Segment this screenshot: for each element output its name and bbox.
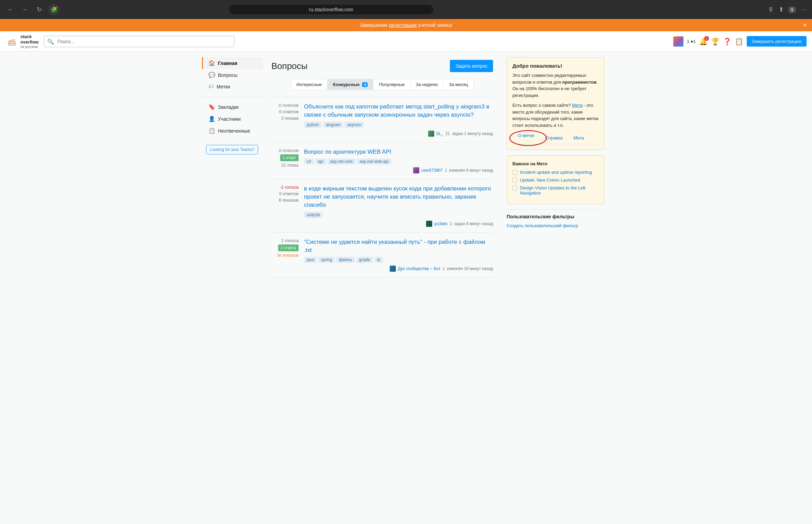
sidebar-item-bookmarks[interactable]: 🔖 Закладки xyxy=(202,101,263,113)
tag-asyncio[interactable]: asyncio xyxy=(345,122,364,128)
answer-count-badge: 2 ответа xyxy=(278,245,299,251)
search-input[interactable] xyxy=(44,36,234,47)
meta-link[interactable]: Мета xyxy=(572,103,582,108)
site-logo[interactable]: stackoverflow на русском xyxy=(5,34,38,48)
question-time: задан 8 минут назад xyxy=(454,222,493,226)
meta-item-link-3[interactable]: Design Vision Updates to the Left Naviga… xyxy=(520,185,599,196)
tab-interesting[interactable]: Интересные xyxy=(291,79,327,90)
questions-icon: 💬 xyxy=(209,72,215,78)
tab-contest[interactable]: Конкурсные 4 xyxy=(327,79,373,90)
site-header: stackoverflow на русском 🔍 1 ●1 🔔 1 🏆 ❓ … xyxy=(0,31,812,52)
logo-svg xyxy=(5,35,18,48)
welcome-tab-tag[interactable]: О метке xyxy=(512,130,540,142)
sidebar-teams-section: Looking for your Teams? xyxy=(202,142,263,157)
tag-unity3d[interactable]: unity3d xyxy=(304,212,323,218)
tag-python[interactable]: python xyxy=(304,122,322,128)
tag-aiogram[interactable]: aiogram xyxy=(323,122,343,128)
meta-item-link-1[interactable]: Incident update and uptime reporting xyxy=(520,170,592,175)
meta-checkbox-3[interactable] xyxy=(512,186,517,191)
meta-checkbox-1[interactable] xyxy=(512,170,517,175)
view-count: 3к показов xyxy=(277,253,299,258)
welcome-tab-help[interactable]: Справка xyxy=(540,133,568,144)
reload-button[interactable]: ↻ xyxy=(34,4,44,15)
question-stats: -2 голоса 0 ответов 6 показов xyxy=(271,185,299,227)
tabs-count[interactable]: 9 xyxy=(789,6,796,13)
user-link[interactable]: user573907 xyxy=(421,168,443,173)
forward-button[interactable]: → xyxy=(20,4,30,15)
tag-io[interactable]: io xyxy=(375,257,383,263)
header-right: 1 ●1 🔔 1 🏆 ❓ 📋 Завершить регистрацию xyxy=(673,36,807,47)
url-bar[interactable]: ru.stackoverflow.com xyxy=(229,5,433,14)
question-body: Объясните как под капотом работает метод… xyxy=(304,103,493,137)
user-avatar-sm xyxy=(413,167,419,174)
sidebar-item-tags[interactable]: 🏷 Метки xyxy=(202,81,263,93)
tab-week[interactable]: За неделю xyxy=(410,79,443,90)
achievements-icon[interactable]: 🏆 xyxy=(711,37,719,46)
sidebar-label-tags: Метки xyxy=(217,84,230,89)
unanswered-icon: 📋 xyxy=(209,128,215,134)
tag-gradle[interactable]: gradle xyxy=(357,257,373,263)
notification-badge: 1 xyxy=(704,36,709,41)
answer-count-stat: 0 ответов xyxy=(279,191,299,196)
tab-popular[interactable]: Популярные xyxy=(373,79,410,90)
meta-checkbox-2[interactable] xyxy=(512,178,517,183)
svg-rect-6 xyxy=(15,42,16,45)
tag-aspnet-webapi[interactable]: asp.net-web-api xyxy=(357,159,391,165)
search-icon: 🔍 xyxy=(47,38,54,45)
sidebar-item-home[interactable]: 🏠 Главная xyxy=(202,57,263,69)
tag-api[interactable]: api xyxy=(315,159,326,165)
notifications-icon[interactable]: 🔔 1 xyxy=(699,37,708,46)
welcome-text-1: Это сайт совместно редактируемых вопросо… xyxy=(512,72,599,99)
user-link[interactable]: Дух сообщества ‒ Бот xyxy=(398,266,440,271)
list-item: Incident update and uptime reporting xyxy=(512,170,599,175)
question-title[interactable]: Вопрос по архитектуре WEB API xyxy=(304,149,392,155)
welcome-tab-meta[interactable]: Мета xyxy=(568,133,589,144)
sidebar-item-users[interactable]: 👤 Участники xyxy=(202,113,263,125)
tag-spring[interactable]: spring xyxy=(318,257,335,263)
user-rep: 1 ●1 xyxy=(687,39,696,44)
register-button[interactable]: Завершить регистрацию xyxy=(747,36,807,47)
tag-java[interactable]: java xyxy=(304,257,317,263)
user-link[interactable]: SL_ xyxy=(436,131,443,136)
view-count: 21 показ xyxy=(281,163,299,168)
teams-button[interactable]: Looking for your Teams? xyxy=(206,145,258,154)
question-tags: python aiogram asyncio xyxy=(304,122,493,128)
share-icon[interactable]: ⬆ xyxy=(779,6,784,13)
banner-text: Завершение регистрации учётной записи xyxy=(360,22,452,28)
sidebar-item-unanswered[interactable]: 📋 Неотвеченные xyxy=(202,125,263,137)
tag-csharp[interactable]: c# xyxy=(304,159,314,165)
list-item: Update: New Colors Launched xyxy=(512,178,599,183)
meta-item-link-2[interactable]: Update: New Colors Launched xyxy=(520,178,580,183)
sidebar-label-questions: Вопросы xyxy=(218,72,237,78)
inbox-icon[interactable]: 📋 xyxy=(735,37,743,46)
question-stats: 2 голоса 2 ответа 3к показов xyxy=(271,238,299,272)
extensions-icon[interactable]: 🧩 xyxy=(48,4,60,15)
question-title[interactable]: "Системе не удается найти указанный путь… xyxy=(304,239,485,253)
banner-link[interactable]: регистрации xyxy=(389,22,416,28)
sidebar-label-users: Участники xyxy=(218,116,241,122)
content-header: Вопросы Задать вопрос xyxy=(271,60,493,72)
view-count: 6 показов xyxy=(279,198,299,203)
question-title[interactable]: в коде жирным текстом выделен кусок кода… xyxy=(304,185,491,208)
question-title[interactable]: Объясните как под капотом работает метод… xyxy=(304,103,489,118)
more-icon[interactable]: ⋯ xyxy=(800,6,807,13)
user-avatar-sm xyxy=(426,221,432,227)
right-sidebar: Добро пожаловать! Это сайт совместно ред… xyxy=(501,52,610,285)
logo-text: stackoverflow xyxy=(20,34,38,45)
table-row: 0 голосов 1 ответ 21 показ Вопрос по арх… xyxy=(271,143,493,180)
microphone-icon[interactable]: 🎙 xyxy=(768,6,774,13)
help-icon[interactable]: ❓ xyxy=(723,37,731,46)
question-time: задан 1 минуту назад xyxy=(452,131,493,136)
tab-month[interactable]: За месяц xyxy=(443,79,474,90)
user-link[interactable]: pu3dec xyxy=(434,222,447,226)
tag-aspnet-core[interactable]: asp.net-core xyxy=(328,159,356,165)
tag-files[interactable]: файлы xyxy=(336,257,355,263)
create-filter-link[interactable]: Создать пользовательский фильтр xyxy=(507,223,578,228)
question-stats: 0 голосов 1 ответ 21 показ xyxy=(271,148,299,174)
page-title: Вопросы xyxy=(271,61,308,71)
banner-close-button[interactable]: × xyxy=(803,22,807,29)
question-time: изменён 16 минут назад xyxy=(447,266,493,271)
sidebar-item-questions[interactable]: 💬 Вопросы xyxy=(202,69,263,81)
ask-question-button[interactable]: Задать вопрос xyxy=(450,60,493,72)
back-button[interactable]: ← xyxy=(5,4,16,15)
